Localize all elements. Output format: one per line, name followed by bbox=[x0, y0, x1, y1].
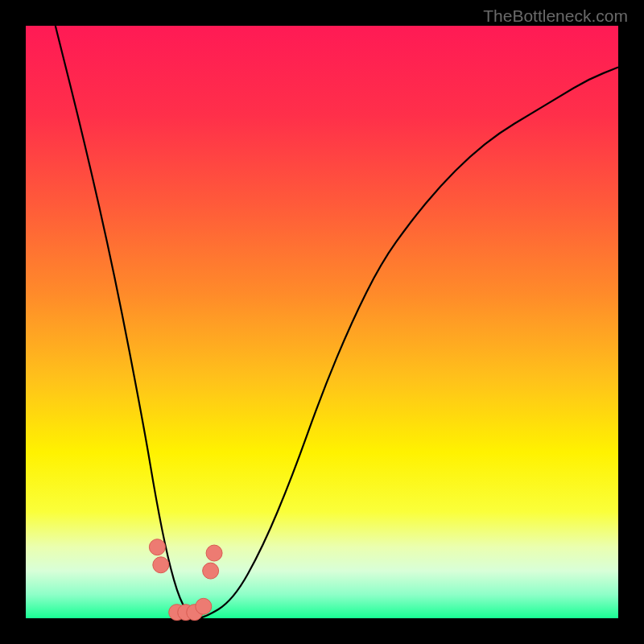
marker-point bbox=[203, 563, 219, 579]
chart-svg bbox=[0, 0, 644, 644]
marker-point bbox=[196, 598, 212, 614]
marker-point bbox=[149, 539, 165, 555]
marker-point bbox=[206, 545, 222, 561]
marker-point bbox=[153, 557, 169, 573]
watermark: TheBottleneck.com bbox=[483, 6, 628, 26]
